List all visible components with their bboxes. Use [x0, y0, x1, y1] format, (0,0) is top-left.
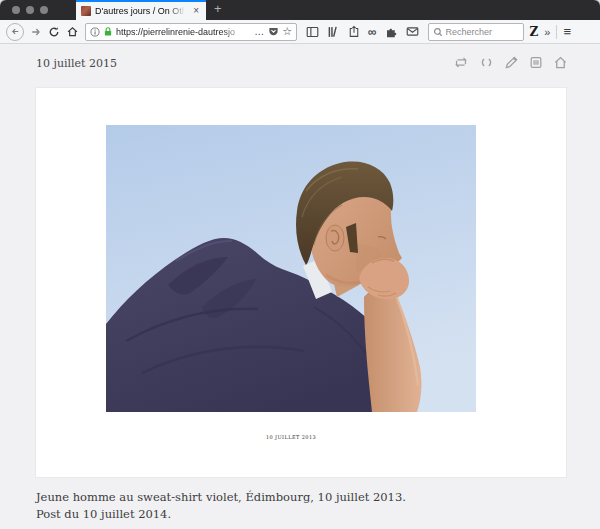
site-info-icon[interactable]: [90, 27, 100, 37]
tab-favicon: [81, 6, 91, 16]
tab-bar: D'autres jours / On Other Days × +: [0, 0, 600, 20]
home-button[interactable]: [66, 25, 79, 38]
search-icon: [433, 27, 443, 37]
share-box-icon: [348, 25, 360, 38]
search-input[interactable]: [446, 27, 516, 37]
page-content: 10 juillet 2015: [0, 44, 600, 529]
trash-icon[interactable]: [529, 55, 543, 70]
sidebar-icon: [306, 26, 319, 38]
menu-button[interactable]: ≡: [563, 24, 571, 39]
tab-dautres-jours[interactable]: D'autres jours / On Other Days ×: [76, 0, 206, 20]
forward-button[interactable]: [30, 26, 42, 38]
close-window-button[interactable]: [12, 6, 20, 14]
post-date: 10 juillet 2015: [36, 57, 117, 70]
url-text[interactable]: https://pierrelinrenie-dautresjo: [116, 27, 251, 37]
zoom-window-button[interactable]: [40, 6, 48, 14]
share-button[interactable]: [348, 25, 360, 38]
back-arrow-icon: [10, 26, 21, 37]
post-action-bar: [453, 55, 568, 70]
toolbar-icons: ∞: [303, 25, 422, 38]
reload-button[interactable]: [48, 26, 60, 38]
navigation-toolbar: https://pierrelinrenie-dautresjo … ☆: [0, 20, 600, 44]
puzzle-piece-icon: [385, 25, 398, 38]
code-icon[interactable]: [479, 55, 494, 70]
library-button[interactable]: [327, 26, 340, 38]
tab-title: D'autres jours / On Other Days: [95, 6, 187, 16]
photo-man-in-violet-hoodie: [106, 125, 476, 412]
search-bar[interactable]: [428, 23, 524, 41]
photo-caption: 10 juillet 2013: [106, 434, 476, 440]
overflow-menu-icon[interactable]: »: [544, 26, 550, 38]
page-actions-icon[interactable]: …: [254, 27, 265, 37]
home-icon[interactable]: [553, 55, 568, 70]
post-card: 10 juillet 2013: [36, 88, 566, 477]
https-lock-icon: [103, 26, 113, 37]
zotero-extension-icon[interactable]: Z: [530, 25, 539, 39]
extensions-button[interactable]: [385, 25, 398, 38]
tab-close-icon[interactable]: ×: [191, 6, 201, 16]
reload-icon: [48, 26, 60, 38]
library-books-icon: [327, 26, 340, 38]
back-button[interactable]: [6, 23, 24, 41]
toolbar-separator: [556, 25, 557, 39]
infinity-extension-icon[interactable]: ∞: [368, 26, 377, 38]
bookmark-star-icon[interactable]: ☆: [282, 26, 292, 37]
address-bar[interactable]: https://pierrelinrenie-dautresjo … ☆: [85, 23, 297, 41]
envelope-icon: [406, 26, 419, 37]
minimize-window-button[interactable]: [26, 6, 34, 14]
reblog-icon[interactable]: [453, 55, 469, 70]
edit-pencil-icon[interactable]: [504, 55, 519, 70]
traffic-lights: [0, 0, 58, 20]
mail-extension-button[interactable]: [406, 26, 419, 37]
browser-window: D'autres jours / On Other Days × +: [0, 0, 600, 529]
post-description-line1: Jeune homme au sweat-shirt violet, Édimb…: [36, 489, 406, 506]
new-tab-button[interactable]: +: [206, 0, 230, 20]
home-icon: [66, 25, 79, 38]
forward-arrow-icon: [30, 26, 42, 38]
sidebar-toggle-button[interactable]: [306, 26, 319, 38]
pocket-icon[interactable]: [268, 26, 279, 37]
post-description: Jeune homme au sweat-shirt violet, Édimb…: [36, 489, 406, 523]
post-description-line2: Post du 10 juillet 2014.: [36, 506, 406, 523]
